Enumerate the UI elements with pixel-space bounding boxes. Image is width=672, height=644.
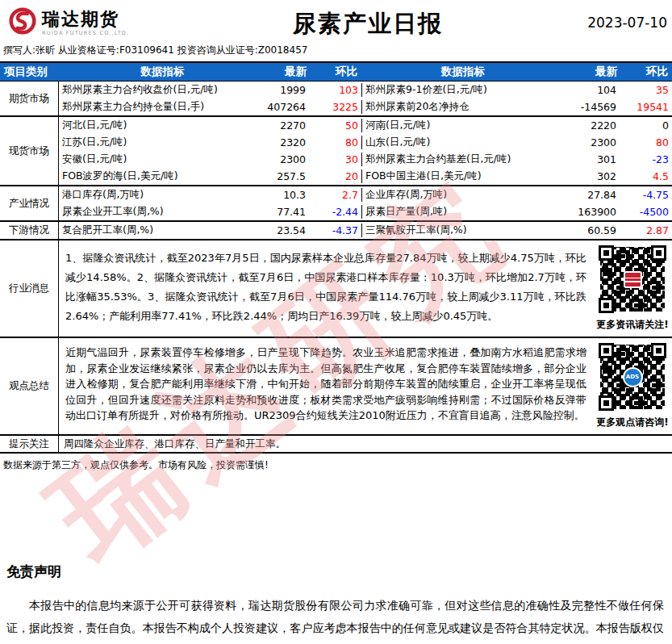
indicator-label: 郑州尿素主力合约持仓量(日,手) bbox=[59, 100, 266, 114]
group-downstream-status: 下游情况 复合肥开工率(周,%) 23.54 -4.37 三聚氰胺开工率(周,%… bbox=[0, 222, 672, 240]
indicator-label: 江苏(日,元/吨) bbox=[59, 136, 266, 149]
change-value: 80 bbox=[621, 136, 672, 148]
category-label: 下游情况 bbox=[0, 222, 59, 239]
change-value: 35 bbox=[621, 84, 672, 96]
disclaimer-heading: 免责声明 bbox=[6, 562, 664, 581]
latest-value: 1999 bbox=[266, 84, 311, 96]
industry-news-text: 1、据隆众资讯统计，截至2023年7月5日，国内尿素样本企业总库存量27.84万… bbox=[59, 240, 593, 337]
latest-value: 302 bbox=[565, 170, 621, 182]
indicator-label: 尿素企业开工率(周,%) bbox=[59, 205, 266, 219]
section-viewpoint-summary: 观点总结 近期气温回升，尿素装置停车检修增多，日产呈现下降趋势。农业玉米追肥需求… bbox=[0, 338, 672, 436]
table-row: 郑州尿素主力合约持仓量(日,手) 407264 3225 郑州尿素前20名净持仓… bbox=[59, 98, 672, 115]
group-spot-market: 现货市场 河北(日,元/吨) 2270 50 河南(日,元/吨) 2220 0 … bbox=[0, 117, 672, 186]
indicator-label: 河北(日,元/吨) bbox=[59, 119, 266, 132]
column-header-change: 环比 bbox=[311, 65, 361, 79]
latest-value: 2220 bbox=[565, 119, 621, 132]
section-reminder: 提示关注 周四隆众企业库存、港口库存、日产量和开工率。 bbox=[0, 436, 672, 454]
news-qr-code bbox=[599, 245, 666, 313]
table-row: 江苏(日,元/吨) 2320 80 山东(日,元/吨) 2300 80 bbox=[59, 134, 672, 151]
category-label: 期货市场 bbox=[0, 82, 59, 115]
column-header-change: 环比 bbox=[621, 65, 672, 79]
change-value: 30 bbox=[311, 153, 361, 165]
latest-value: 23.54 bbox=[266, 224, 311, 236]
latest-value: 104 bbox=[565, 84, 621, 96]
column-header-latest: 最新 bbox=[266, 65, 311, 79]
indicator-label: 尿素日产量(周,吨) bbox=[361, 205, 565, 219]
qr-center-logo-blue: ADS bbox=[623, 367, 643, 387]
latest-value: 163900 bbox=[565, 206, 621, 218]
latest-value: 27.84 bbox=[565, 189, 621, 201]
change-value: 50 bbox=[311, 119, 361, 132]
latest-value: 2320 bbox=[266, 136, 311, 148]
change-value: 2.87 bbox=[621, 224, 672, 236]
change-value: 103 bbox=[311, 84, 361, 96]
latest-value: 301 bbox=[565, 153, 621, 165]
report-date: 2023-07-10 bbox=[570, 6, 667, 31]
data-source-note: 数据来源于第三方，观点仅供参考。市场有风险，投资需谨慎! bbox=[0, 454, 672, 472]
category-label: 现货市场 bbox=[0, 117, 59, 185]
viewpoint-text: 近期气温回升，尿素装置停车检修增多，日产呈现下降趋势。农业玉米追肥需求推进，叠加… bbox=[59, 338, 593, 434]
company-name-en: RUIDA FUTURES CO.,LTD. bbox=[42, 30, 129, 36]
latest-value: 77.41 bbox=[266, 206, 311, 218]
group-industry-status: 产业情况 港口库存(周,万吨) 10.3 2.7 企业库存(周,万吨) 27.8… bbox=[0, 186, 672, 222]
change-value: 2.7 bbox=[311, 189, 361, 201]
change-value: -4.37 bbox=[311, 224, 361, 236]
reminder-text: 周四隆众企业库存、港口库存、日产量和开工率。 bbox=[59, 437, 672, 451]
table-row: 尿素企业开工率(周,%) 77.41 -2.44 尿素日产量(周,吨) 1639… bbox=[59, 203, 672, 220]
latest-value: 257.5 bbox=[266, 170, 311, 182]
column-header-category: 项目类别 bbox=[0, 65, 59, 79]
table-row: 河北(日,元/吨) 2270 50 河南(日,元/吨) 2220 0 bbox=[59, 117, 672, 134]
change-value: 19541 bbox=[621, 101, 672, 113]
indicator-label: 港口库存(周,万吨) bbox=[59, 188, 266, 202]
change-value: -23 bbox=[621, 153, 672, 165]
indicator-label: 三聚氰胺开工率(周,%) bbox=[361, 224, 565, 237]
change-value: -4.75 bbox=[621, 189, 672, 201]
latest-value: 10.3 bbox=[266, 189, 311, 201]
change-value: 80 bbox=[311, 136, 361, 148]
viewpoint-qr-code: ADS bbox=[599, 343, 666, 411]
qr-caption: 更多观点请咨询! bbox=[596, 416, 668, 429]
indicator-label: 郑州尿素9-1价差(日,元/吨) bbox=[361, 83, 565, 97]
column-header-indicator: 数据指标 bbox=[59, 65, 266, 79]
author-line: 撰写人:张昕 从业资格证号:F03109641 投资咨询从业证号:Z001845… bbox=[0, 40, 672, 63]
disclaimer-section: 免责声明 本报告中的信息均来源于公开可获得资料，瑞达期货股份有限公司力求准确可靠… bbox=[0, 562, 672, 644]
latest-value: 407264 bbox=[266, 101, 311, 113]
indicator-label: 郑州尿素前20名净持仓 bbox=[361, 100, 565, 114]
indicator-label: 安徽(日,元/吨) bbox=[59, 153, 266, 166]
category-label: 产业情况 bbox=[0, 186, 59, 220]
change-value: -2.44 bbox=[311, 206, 361, 218]
report-header: 瑞达期货 RUIDA FUTURES CO.,LTD. 尿素产业日报 2023-… bbox=[0, 0, 672, 40]
indicator-label: 郑州尿素主力合约基差(日,元/吨) bbox=[361, 153, 565, 166]
table-header-row: 项目类别 数据指标 最新 环比 数据指标 最新 环比 bbox=[0, 63, 672, 82]
report-page: 瑞达研究 瑞达期货 RUIDA FUTURES CO.,LTD. 尿素产业日报 … bbox=[0, 0, 672, 644]
category-label: 行业消息 bbox=[0, 240, 59, 337]
indicator-label: 郑州尿素主力合约收盘价(日,元/吨) bbox=[59, 83, 266, 97]
table-row: 郑州尿素主力合约收盘价(日,元/吨) 1999 103 郑州尿素9-1价差(日,… bbox=[59, 82, 672, 98]
indicator-label: FOB波罗的海(日,美元/吨) bbox=[59, 169, 266, 183]
latest-value: -14569 bbox=[565, 101, 621, 113]
latest-value: 2300 bbox=[266, 153, 311, 165]
column-header-indicator: 数据指标 bbox=[361, 65, 565, 79]
latest-value: 60.59 bbox=[565, 224, 621, 236]
qr-caption: 更多资讯请关注! bbox=[596, 318, 668, 332]
company-name: 瑞达期货 bbox=[42, 10, 129, 29]
ruida-logo-icon bbox=[8, 6, 37, 39]
change-value: 20 bbox=[311, 170, 361, 182]
page-title: 尿素产业日报 bbox=[165, 6, 570, 40]
latest-value: 2300 bbox=[565, 136, 621, 148]
change-value: -4500 bbox=[621, 206, 672, 218]
indicator-label: 河南(日,元/吨) bbox=[361, 119, 565, 132]
disclaimer-body: 本报告中的信息均来源于公开可获得资料，瑞达期货股份有限公司力求准确可靠，但对这些… bbox=[6, 594, 664, 644]
change-value: 3225 bbox=[311, 101, 361, 113]
indicator-label: FOB中国主港(日,美元/吨) bbox=[361, 169, 565, 183]
indicator-label: 山东(日,元/吨) bbox=[361, 136, 565, 149]
latest-value: 2270 bbox=[266, 119, 311, 132]
group-futures-market: 期货市场 郑州尿素主力合约收盘价(日,元/吨) 1999 103 郑州尿素9-1… bbox=[0, 82, 672, 117]
category-label: 提示关注 bbox=[0, 436, 59, 452]
category-label: 观点总结 bbox=[0, 338, 59, 434]
indicator-label: 企业库存(周,万吨) bbox=[361, 188, 565, 202]
table-row: 安徽(日,元/吨) 2300 30 郑州尿素主力合约基差(日,元/吨) 301 … bbox=[59, 151, 672, 168]
table-row: 复合肥开工率(周,%) 23.54 -4.37 三聚氰胺开工率(周,%) 60.… bbox=[59, 222, 672, 239]
indicator-label: 复合肥开工率(周,%) bbox=[59, 224, 266, 237]
change-value: 4.5 bbox=[621, 170, 672, 182]
